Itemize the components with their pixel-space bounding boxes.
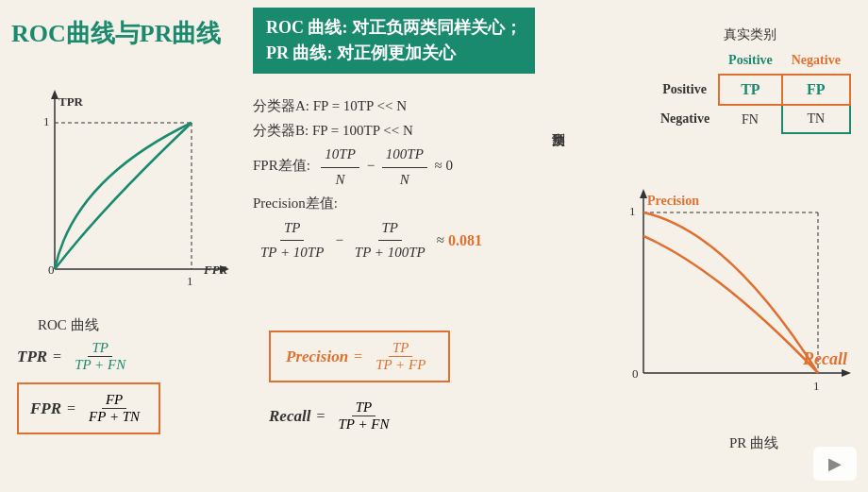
- svg-text:TPR: TPR: [58, 94, 84, 109]
- recall-fraction: TP TP + FN: [334, 399, 392, 433]
- confusion-matrix: 真实类别 Positive Negative Positive TP FP Ne…: [651, 26, 849, 134]
- play-button[interactable]: [813, 447, 857, 481]
- svg-text:0: 0: [48, 263, 55, 277]
- svg-marker-2: [51, 90, 58, 99]
- classifier-b-line: 分类器B: FP = 100TP << N: [253, 119, 545, 144]
- svg-text:Precision: Precision: [647, 194, 699, 208]
- bottom-left-formulas: TPR = TP TP + FN FPR = FP FP + TN: [17, 340, 243, 434]
- pr-svg: 0 1 1 Precision: [615, 184, 856, 406]
- col-header-negative: Negative: [782, 47, 850, 75]
- prec-frac1: TP TP + 10TP: [257, 216, 327, 265]
- svg-marker-13: [640, 189, 647, 198]
- matrix-title: 真实类别: [651, 26, 849, 43]
- fpr-fraction: FP FP + TN: [85, 392, 143, 425]
- svg-text:1: 1: [629, 204, 636, 218]
- bottom-middle-formulas: Precision = TP TP + FP Recall = TP TP + …: [269, 331, 561, 433]
- precision-diff-formula: TP TP + 10TP − TP TP + 100TP ≈ 0.081: [253, 216, 545, 265]
- precision-diff-line: Precision差值:: [253, 192, 545, 216]
- fpr-frac2: 100TP N: [382, 143, 427, 192]
- tpr-eq-sign: =: [53, 348, 61, 365]
- tpr-fraction: TP TP + FN: [71, 340, 129, 373]
- svg-marker-14: [842, 369, 851, 377]
- recall-eq-label: Recall: [269, 407, 310, 426]
- row-header-positive: Positive: [651, 75, 719, 105]
- classifier-a-line: 分类器A: FP = 10TP << N: [253, 94, 545, 119]
- fpr-frac1: 10TP N: [321, 143, 359, 192]
- tpr-label: TPR: [17, 348, 47, 366]
- prec-frac2: TP TP + 100TP: [351, 216, 429, 265]
- svg-text:0: 0: [632, 366, 639, 381]
- pr-curve-label: PR 曲线: [729, 434, 778, 452]
- col-header-positive: Positive: [719, 47, 782, 75]
- svg-text:1: 1: [43, 114, 50, 128]
- roc-graph: 0 1 1 TPR FPR: [17, 85, 234, 312]
- recall-formula-line: Recall = TP TP + FN: [269, 399, 561, 433]
- row-header-negative: Negative: [651, 105, 719, 133]
- tpr-formula-line: TPR = TP TP + FN: [17, 340, 243, 373]
- cell-tp: TP: [719, 75, 782, 105]
- middle-explanation: 分类器A: FP = 10TP << N 分类器B: FP = 100TP <<…: [253, 94, 545, 265]
- svg-text:FPR: FPR: [203, 263, 228, 277]
- precision-eq-box: Precision = TP TP + FP: [269, 331, 450, 382]
- fpr-label: FPR: [30, 399, 61, 418]
- page-title: ROC曲线与PR曲线: [11, 17, 221, 50]
- svg-text:1: 1: [813, 379, 820, 393]
- cell-fp: FP: [782, 75, 850, 105]
- recall-axis-label: Recall: [803, 349, 847, 369]
- fpr-eq-sign: =: [67, 400, 75, 417]
- matrix-table: Positive Negative Positive TP FP Negativ…: [651, 47, 851, 134]
- fpr-diff-line: FPR差值: 10TP N − 100TP N ≈ 0: [253, 143, 545, 192]
- cell-fn: FN: [719, 105, 782, 133]
- precision-fraction: TP TP + FP: [372, 340, 429, 373]
- top-line1: ROC 曲线: 对正负两类同样关心；: [266, 15, 522, 41]
- precision-eq-sign: =: [354, 348, 362, 365]
- svg-text:1: 1: [187, 274, 193, 288]
- top-description-box: ROC 曲线: 对正负两类同样关心； PR 曲线: 对正例更加关心: [253, 8, 535, 74]
- cell-tn: TN: [782, 105, 850, 133]
- fpr-formula-box: FPR = FP FP + TN: [17, 382, 160, 434]
- roc-svg: 0 1 1 TPR FPR: [17, 85, 234, 312]
- precision-eq-label: Precision: [286, 348, 348, 366]
- top-line2: PR 曲线: 对正例更加关心: [266, 41, 522, 66]
- roc-curve-label: ROC 曲线: [38, 316, 99, 334]
- recall-eq-sign: =: [316, 408, 325, 425]
- approx-value: 0.081: [448, 228, 482, 253]
